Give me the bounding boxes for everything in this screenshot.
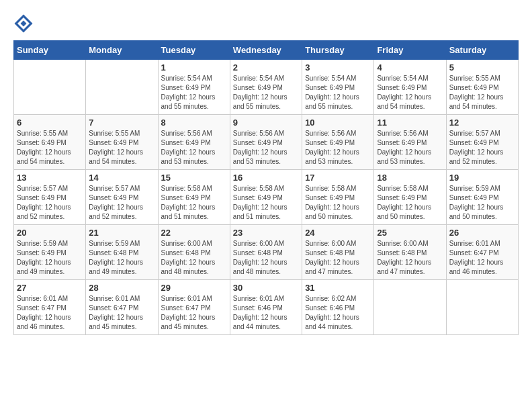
day-number: 10	[305, 118, 371, 128]
calendar-cell: 8Sunrise: 5:56 AMSunset: 6:49 PMDaylight…	[158, 115, 230, 170]
calendar-cell: 1Sunrise: 5:54 AMSunset: 6:49 PMDaylight…	[158, 60, 230, 115]
calendar-cell: 28Sunrise: 6:01 AMSunset: 6:47 PMDayligh…	[86, 280, 158, 335]
day-info: Sunrise: 5:54 AMSunset: 6:49 PMDaylight:…	[233, 74, 299, 111]
calendar-cell: 11Sunrise: 5:56 AMSunset: 6:49 PMDayligh…	[374, 115, 446, 170]
day-number: 20	[17, 228, 83, 238]
day-info: Sunrise: 6:01 AMSunset: 6:47 PMDaylight:…	[449, 239, 515, 277]
weekday-header-friday: Friday	[374, 41, 446, 60]
day-info: Sunrise: 5:55 AMSunset: 6:49 PMDaylight:…	[89, 129, 154, 167]
day-info: Sunrise: 6:00 AMSunset: 6:48 PMDaylight:…	[161, 239, 227, 277]
day-number: 23	[233, 228, 299, 238]
calendar-body: 1Sunrise: 5:54 AMSunset: 6:49 PMDaylight…	[14, 60, 519, 335]
weekday-header-wednesday: Wednesday	[230, 41, 302, 60]
calendar-cell: 17Sunrise: 5:58 AMSunset: 6:49 PMDayligh…	[302, 170, 374, 225]
day-number: 1	[161, 62, 227, 73]
day-number: 11	[377, 118, 443, 128]
calendar-cell: 12Sunrise: 5:57 AMSunset: 6:49 PMDayligh…	[446, 115, 518, 170]
day-info: Sunrise: 6:01 AMSunset: 6:47 PMDaylight:…	[17, 294, 83, 332]
day-info: Sunrise: 5:57 AMSunset: 6:49 PMDaylight:…	[89, 184, 154, 222]
weekday-header-saturday: Saturday	[446, 41, 518, 60]
calendar-cell	[86, 60, 158, 115]
day-info: Sunrise: 6:01 AMSunset: 6:46 PMDaylight:…	[233, 294, 299, 332]
day-number: 26	[449, 228, 515, 238]
day-info: Sunrise: 5:56 AMSunset: 6:49 PMDaylight:…	[161, 129, 227, 167]
calendar-week-2: 6Sunrise: 5:55 AMSunset: 6:49 PMDaylight…	[14, 115, 519, 170]
day-number: 19	[449, 173, 515, 183]
day-number: 17	[305, 173, 371, 183]
day-number: 2	[233, 62, 299, 73]
day-number: 5	[449, 62, 515, 73]
day-info: Sunrise: 5:55 AMSunset: 6:49 PMDaylight:…	[17, 129, 83, 167]
calendar-cell: 31Sunrise: 6:02 AMSunset: 6:46 PMDayligh…	[302, 280, 374, 335]
logo	[13, 13, 36, 34]
day-info: Sunrise: 5:58 AMSunset: 6:49 PMDaylight:…	[377, 184, 443, 222]
day-info: Sunrise: 5:58 AMSunset: 6:49 PMDaylight:…	[305, 184, 371, 222]
day-number: 3	[305, 62, 371, 73]
weekday-header-tuesday: Tuesday	[158, 41, 230, 60]
calendar-cell: 9Sunrise: 5:56 AMSunset: 6:49 PMDaylight…	[230, 115, 302, 170]
calendar-cell: 6Sunrise: 5:55 AMSunset: 6:49 PMDaylight…	[14, 115, 86, 170]
calendar-cell: 30Sunrise: 6:01 AMSunset: 6:46 PMDayligh…	[230, 280, 302, 335]
day-info: Sunrise: 5:54 AMSunset: 6:49 PMDaylight:…	[161, 74, 227, 111]
calendar-table: SundayMondayTuesdayWednesdayThursdayFrid…	[13, 40, 519, 335]
day-info: Sunrise: 5:56 AMSunset: 6:49 PMDaylight:…	[233, 129, 299, 167]
calendar-cell: 14Sunrise: 5:57 AMSunset: 6:49 PMDayligh…	[86, 170, 158, 225]
day-info: Sunrise: 5:54 AMSunset: 6:49 PMDaylight:…	[377, 74, 443, 111]
day-info: Sunrise: 5:57 AMSunset: 6:49 PMDaylight:…	[449, 129, 515, 167]
calendar-cell: 19Sunrise: 5:59 AMSunset: 6:49 PMDayligh…	[446, 170, 518, 225]
day-number: 4	[377, 62, 443, 73]
day-number: 15	[161, 173, 227, 183]
day-info: Sunrise: 5:59 AMSunset: 6:49 PMDaylight:…	[17, 239, 83, 277]
calendar-week-4: 20Sunrise: 5:59 AMSunset: 6:49 PMDayligh…	[14, 225, 519, 280]
calendar-cell: 13Sunrise: 5:57 AMSunset: 6:49 PMDayligh…	[14, 170, 86, 225]
day-info: Sunrise: 6:00 AMSunset: 6:48 PMDaylight:…	[233, 239, 299, 277]
weekday-header-sunday: Sunday	[14, 41, 86, 60]
day-info: Sunrise: 6:00 AMSunset: 6:48 PMDaylight:…	[377, 239, 443, 277]
page-header	[13, 13, 519, 34]
day-number: 6	[17, 118, 83, 128]
calendar-cell: 21Sunrise: 5:59 AMSunset: 6:48 PMDayligh…	[86, 225, 158, 280]
calendar-week-3: 13Sunrise: 5:57 AMSunset: 6:49 PMDayligh…	[14, 170, 519, 225]
day-info: Sunrise: 6:00 AMSunset: 6:48 PMDaylight:…	[305, 239, 371, 277]
calendar-cell: 29Sunrise: 6:01 AMSunset: 6:47 PMDayligh…	[158, 280, 230, 335]
day-info: Sunrise: 6:01 AMSunset: 6:47 PMDaylight:…	[161, 294, 227, 332]
calendar-cell: 20Sunrise: 5:59 AMSunset: 6:49 PMDayligh…	[14, 225, 86, 280]
day-number: 25	[377, 228, 443, 238]
day-info: Sunrise: 5:56 AMSunset: 6:49 PMDaylight:…	[305, 129, 371, 167]
day-number: 22	[161, 228, 227, 238]
calendar-cell: 25Sunrise: 6:00 AMSunset: 6:48 PMDayligh…	[374, 225, 446, 280]
calendar-cell	[14, 60, 86, 115]
day-number: 21	[89, 228, 154, 238]
calendar-cell: 2Sunrise: 5:54 AMSunset: 6:49 PMDaylight…	[230, 60, 302, 115]
day-number: 28	[89, 283, 154, 293]
day-info: Sunrise: 5:56 AMSunset: 6:49 PMDaylight:…	[377, 129, 443, 167]
day-info: Sunrise: 6:01 AMSunset: 6:47 PMDaylight:…	[89, 294, 154, 332]
day-number: 24	[305, 228, 371, 238]
calendar-cell: 18Sunrise: 5:58 AMSunset: 6:49 PMDayligh…	[374, 170, 446, 225]
calendar-cell	[446, 280, 518, 335]
day-number: 29	[161, 283, 227, 293]
calendar-cell: 10Sunrise: 5:56 AMSunset: 6:49 PMDayligh…	[302, 115, 374, 170]
day-number: 8	[161, 118, 227, 128]
calendar-cell: 5Sunrise: 5:55 AMSunset: 6:49 PMDaylight…	[446, 60, 518, 115]
calendar-cell: 22Sunrise: 6:00 AMSunset: 6:48 PMDayligh…	[158, 225, 230, 280]
calendar-cell: 3Sunrise: 5:54 AMSunset: 6:49 PMDaylight…	[302, 60, 374, 115]
day-info: Sunrise: 5:57 AMSunset: 6:49 PMDaylight:…	[17, 184, 83, 222]
day-info: Sunrise: 5:59 AMSunset: 6:49 PMDaylight:…	[449, 184, 515, 222]
logo-icon	[13, 13, 34, 34]
day-info: Sunrise: 5:59 AMSunset: 6:48 PMDaylight:…	[89, 239, 154, 277]
day-number: 12	[449, 118, 515, 128]
calendar-week-1: 1Sunrise: 5:54 AMSunset: 6:49 PMDaylight…	[14, 60, 519, 115]
calendar-cell: 26Sunrise: 6:01 AMSunset: 6:47 PMDayligh…	[446, 225, 518, 280]
day-number: 27	[17, 283, 83, 293]
day-info: Sunrise: 5:54 AMSunset: 6:49 PMDaylight:…	[305, 74, 371, 111]
day-number: 18	[377, 173, 443, 183]
calendar-cell: 16Sunrise: 5:58 AMSunset: 6:49 PMDayligh…	[230, 170, 302, 225]
calendar-cell: 27Sunrise: 6:01 AMSunset: 6:47 PMDayligh…	[14, 280, 86, 335]
day-number: 16	[233, 173, 299, 183]
day-number: 7	[89, 118, 154, 128]
weekday-header-row: SundayMondayTuesdayWednesdayThursdayFrid…	[14, 41, 519, 60]
weekday-header-thursday: Thursday	[302, 41, 374, 60]
day-number: 31	[305, 283, 371, 293]
day-number: 14	[89, 173, 154, 183]
